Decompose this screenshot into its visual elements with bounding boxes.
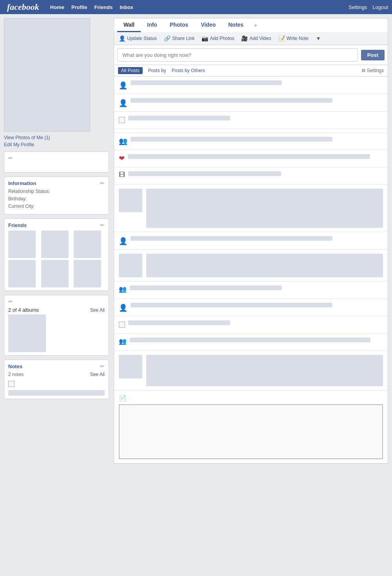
group-feed-icon-2: 👥 — [119, 285, 127, 293]
facebook-logo[interactable]: facebook — [4, 1, 42, 13]
post-button[interactable]: Post — [361, 50, 385, 60]
settings-label: Settings — [367, 68, 384, 73]
feed-item-4: 👥 — [114, 133, 388, 150]
add-video-button[interactable]: 🎥 Add Video — [240, 35, 272, 42]
notes-see-all[interactable]: See All — [90, 372, 105, 377]
filter-posts-by-others[interactable]: Posts by Others — [172, 68, 205, 73]
tab-photos[interactable]: Photos — [163, 18, 194, 32]
album-thumb-1[interactable] — [8, 314, 46, 352]
feed-image-block-1 — [114, 185, 388, 232]
feed-item-2: 👤 — [114, 94, 388, 112]
feed-content-10 — [128, 320, 383, 327]
albums-subheader: 2 of 4 albums See All — [8, 307, 105, 313]
add-video-label: Add Video — [249, 36, 271, 41]
sidebar: View Photos of Me (1) Edit My Profile ✏ … — [4, 18, 109, 464]
notes-edit-icon[interactable]: ✏ — [100, 363, 105, 369]
share-link-button[interactable]: 🔗 Share Link — [162, 35, 196, 42]
edit-profile-link[interactable]: Edit My Profile — [4, 142, 109, 147]
feed-content-4 — [131, 137, 383, 143]
action-bar: 👤 Update Status 🔗 Share Link 📷 Add Photo… — [114, 32, 388, 45]
write-note-button[interactable]: 📝 Write Note — [277, 35, 310, 42]
city-label: Current City: — [8, 204, 105, 209]
heart-feed-icon: ❤ — [119, 154, 125, 163]
group-feed-icon-3: 👥 — [119, 338, 127, 345]
feed-content-8 — [130, 285, 383, 292]
notes-header: Notes ✏ — [8, 363, 105, 369]
tab-video[interactable]: Video — [194, 18, 222, 32]
albums-see-all[interactable]: See All — [90, 307, 105, 313]
nav-right: Settings Logout — [348, 4, 388, 10]
post-input-field[interactable] — [117, 48, 358, 62]
feed-bar-1 — [131, 80, 282, 85]
feed-content-2 — [131, 98, 383, 104]
feed-item-6: 🎞 — [114, 167, 388, 185]
feed-bar-2 — [131, 98, 332, 103]
nav-profile[interactable]: Profile — [71, 4, 87, 10]
feed-content-1 — [131, 80, 383, 87]
profile-links: View Photos of Me (1) Edit My Profile — [4, 135, 109, 147]
tab-notes[interactable]: Notes — [222, 18, 250, 32]
actions-dropdown-icon[interactable]: ▼ — [316, 35, 321, 42]
nav-logout[interactable]: Logout — [372, 4, 388, 10]
update-status-button[interactable]: 👤 Update Status — [117, 35, 158, 42]
feed-item-10 — [114, 316, 388, 334]
feed-content-3 — [128, 116, 383, 122]
friends-header: Friends ✏ — [8, 222, 105, 228]
feed-bar-3 — [128, 116, 230, 120]
filter-settings[interactable]: ⚙ Settings — [361, 68, 384, 73]
photo-icon: 📷 — [201, 35, 208, 42]
notes-subheader: 2 notes See All — [8, 372, 105, 377]
information-title: Information — [8, 180, 36, 186]
nav-settings[interactable]: Settings — [348, 4, 367, 10]
feed-bar-6 — [128, 171, 281, 176]
add-photos-label: Add Photos — [210, 36, 234, 41]
feed-image-text-3 — [146, 355, 383, 386]
post-input-area: Post — [114, 45, 388, 65]
add-photos-button[interactable]: 📷 Add Photos — [200, 35, 236, 42]
profile-photo[interactable] — [4, 18, 90, 132]
info-header: Information ✏ — [8, 180, 105, 186]
feed-bar-11 — [130, 338, 370, 342]
nav-inbox[interactable]: Inbox — [120, 4, 133, 10]
feed-image-1 — [146, 189, 383, 228]
albums-grid — [8, 314, 105, 352]
filter-posts-by[interactable]: Posts by — [148, 68, 166, 73]
tab-info[interactable]: Info — [141, 18, 163, 32]
nav-friends[interactable]: Friends — [94, 4, 113, 10]
friend-thumb-3[interactable] — [74, 231, 101, 258]
feed-content-11 — [130, 338, 383, 344]
person-feed-icon-1: 👤 — [119, 81, 127, 90]
friend-thumb-1[interactable] — [8, 231, 36, 258]
note-content-box[interactable] — [119, 404, 383, 459]
feed-image-2 — [146, 254, 383, 277]
feed-item-11: 👥 — [114, 334, 388, 351]
albums-header: ✏ — [8, 298, 105, 305]
friend-thumb-4[interactable] — [8, 260, 36, 287]
feed-thumb-3 — [119, 355, 142, 378]
info-edit-icon[interactable]: ✏ — [100, 180, 105, 186]
filter-all-posts[interactable]: All Posts — [118, 67, 143, 74]
nav-home[interactable]: Home — [50, 4, 64, 10]
albums-edit-icon[interactable]: ✏ — [8, 298, 13, 305]
notes-title: Notes — [8, 363, 22, 369]
wall-feed: 👤 👤 👥 — [114, 76, 388, 464]
sidebar-notes: Notes ✏ 2 notes See All — [4, 360, 109, 399]
add-tab-button[interactable]: + — [250, 19, 261, 32]
tab-wall[interactable]: Wall — [117, 18, 141, 32]
friends-edit-icon[interactable]: ✏ — [100, 222, 105, 228]
edit-pencil-icon[interactable]: ✏ — [8, 155, 13, 161]
friends-title: Friends — [8, 222, 27, 228]
friend-thumb-6[interactable] — [74, 260, 101, 287]
friend-thumb-5[interactable] — [41, 260, 69, 287]
note-icon — [8, 381, 15, 387]
view-photos-link[interactable]: View Photos of Me (1) — [4, 135, 109, 140]
feed-content-9 — [131, 303, 383, 309]
feed-item-9: 👤 — [114, 299, 388, 316]
page-wrapper: View Photos of Me (1) Edit My Profile ✏ … — [0, 14, 392, 468]
relationship-label: Relationship Status: — [8, 189, 105, 194]
friend-thumb-2[interactable] — [41, 231, 69, 258]
tabs-bar: Wall Info Photos Video Notes + — [114, 18, 388, 32]
feed-image-text-2 — [146, 254, 383, 277]
feed-image-block-2 — [114, 250, 388, 282]
feed-content-7 — [131, 236, 383, 242]
